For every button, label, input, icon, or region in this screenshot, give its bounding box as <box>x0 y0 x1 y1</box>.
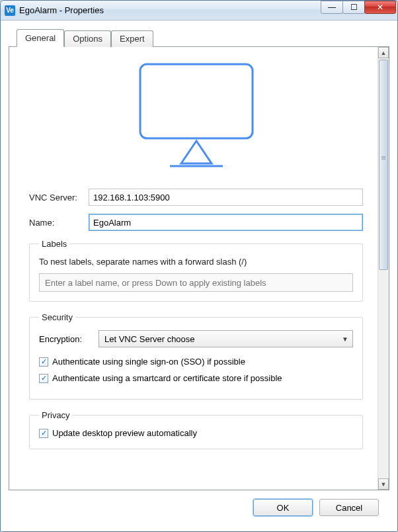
name-row: Name: <box>29 214 363 231</box>
chevron-down-icon: ▼ <box>342 335 348 343</box>
svg-rect-0 <box>140 64 253 138</box>
down-arrow-icon: ▼ <box>381 481 387 488</box>
scroll-thumb[interactable] <box>379 60 388 270</box>
smartcard-row[interactable]: ✓ Authenticate using a smartcard or cert… <box>39 373 353 383</box>
tab-strip: General Options Expert <box>9 30 389 46</box>
tab-expert[interactable]: Expert <box>111 30 153 47</box>
minimize-icon: — <box>328 3 336 12</box>
ok-button[interactable]: OK <box>253 499 313 516</box>
tab-content-general: VNC Server: Name: Labels To nest labels,… <box>9 46 389 490</box>
app-icon: Ve <box>5 5 15 16</box>
name-label: Name: <box>29 218 89 228</box>
encryption-row: Encryption: Let VNC Server choose ▼ <box>39 330 353 347</box>
dialog-body: General Options Expert VNC Server: <box>1 21 397 531</box>
monitor-illustration <box>29 59 363 171</box>
svg-marker-1 <box>181 141 212 163</box>
smartcard-label: Authenticate using a smartcard or certif… <box>52 373 282 383</box>
title-bar[interactable]: Ve EgoAlarm - Properties — ☐ ✕ <box>1 1 397 21</box>
scroll-track[interactable] <box>378 58 389 478</box>
close-icon: ✕ <box>377 3 383 12</box>
vnc-server-input[interactable] <box>89 189 363 206</box>
privacy-legend: Privacy <box>39 410 73 420</box>
close-button[interactable]: ✕ <box>364 1 396 14</box>
labels-input[interactable] <box>39 273 353 292</box>
tab-options[interactable]: Options <box>64 30 111 47</box>
up-arrow-icon: ▲ <box>381 50 387 56</box>
dialog-footer: OK Cancel <box>9 490 389 525</box>
cancel-button[interactable]: Cancel <box>319 499 379 516</box>
window-controls: — ☐ ✕ <box>321 1 396 14</box>
check-icon: ✓ <box>41 429 47 437</box>
encryption-value: Let VNC Server choose <box>104 334 195 344</box>
scroll-down-button[interactable]: ▼ <box>378 478 389 490</box>
properties-window: Ve EgoAlarm - Properties — ☐ ✕ General O… <box>0 0 398 532</box>
privacy-group: Privacy ✓ Update desktop preview automat… <box>29 410 363 449</box>
update-preview-checkbox[interactable]: ✓ <box>39 429 48 438</box>
security-group: Security Encryption: Let VNC Server choo… <box>29 312 363 400</box>
vnc-server-label: VNC Server: <box>29 193 89 202</box>
check-icon: ✓ <box>41 375 47 382</box>
sso-row[interactable]: ✓ Authenticate using single sign-on (SSO… <box>39 357 353 367</box>
update-preview-label: Update desktop preview automatically <box>52 428 197 438</box>
scroll-content: VNC Server: Name: Labels To nest labels,… <box>9 47 378 490</box>
sso-label: Authenticate using single sign-on (SSO) … <box>52 357 245 367</box>
window-title: EgoAlarm - Properties <box>19 5 104 15</box>
vertical-scrollbar[interactable]: ▲ ▼ <box>378 47 389 490</box>
encryption-select[interactable]: Let VNC Server choose ▼ <box>99 330 353 347</box>
minimize-button[interactable]: — <box>321 1 343 14</box>
sso-checkbox[interactable]: ✓ <box>39 357 48 367</box>
check-icon: ✓ <box>41 358 47 365</box>
scroll-up-button[interactable]: ▲ <box>378 47 389 58</box>
maximize-icon: ☐ <box>350 3 358 12</box>
labels-hint: To nest labels, separate names with a fo… <box>39 257 353 267</box>
tab-general[interactable]: General <box>17 29 64 47</box>
name-input[interactable] <box>89 214 363 231</box>
labels-group: Labels To nest labels, separate names wi… <box>29 239 363 302</box>
encryption-label: Encryption: <box>39 334 99 344</box>
update-preview-row[interactable]: ✓ Update desktop preview automatically <box>39 428 353 438</box>
labels-legend: Labels <box>39 239 69 249</box>
security-legend: Security <box>39 312 75 322</box>
vnc-server-row: VNC Server: <box>29 189 363 206</box>
smartcard-checkbox[interactable]: ✓ <box>39 374 48 383</box>
maximize-button[interactable]: ☐ <box>342 1 365 14</box>
